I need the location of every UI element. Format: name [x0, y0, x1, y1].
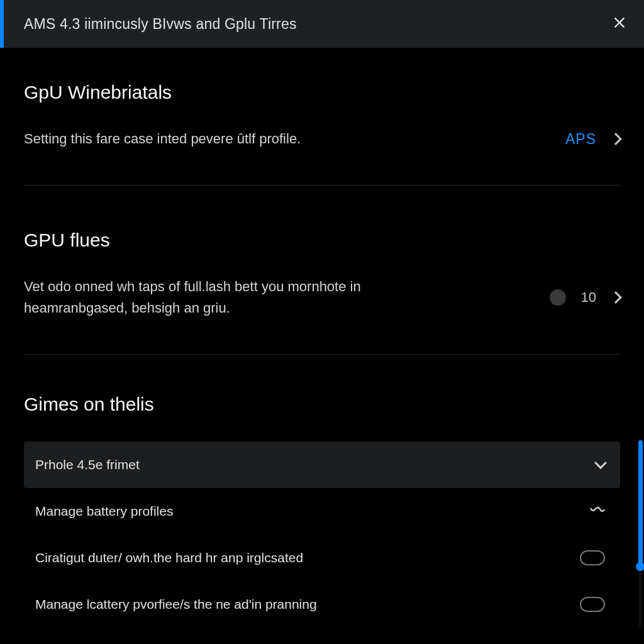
- chevron-right-icon: [609, 133, 622, 145]
- section-title: GPU flues: [24, 230, 620, 251]
- toggle-switch[interactable]: [580, 550, 605, 565]
- scrollbar-thumb[interactable]: [638, 440, 643, 566]
- list-item[interactable]: Manage battery profiles: [24, 488, 620, 535]
- section-title: GpU Winebriatals: [24, 82, 620, 103]
- page-title: AMS 4.3 iimincusly BIvws and Gplu Tirres: [24, 16, 297, 33]
- list-item-label: Ciratigut duter/ owh.the hard hr anp irg…: [35, 550, 303, 565]
- slider-handle-icon[interactable]: [550, 289, 566, 306]
- row-desc: Setting this fare case inted pevere ûtlf…: [24, 128, 301, 150]
- settings-list: Prhole 4.5e frimetManage battery profile…: [24, 441, 620, 644]
- close-button[interactable]: [613, 16, 626, 32]
- flues-control: 10: [550, 289, 620, 306]
- chevron-down-icon[interactable]: [594, 457, 607, 469]
- list-item[interactable]: Prhole 4.5e frimet: [24, 441, 620, 488]
- scrollbar-knob-icon[interactable]: [636, 562, 644, 571]
- section-winebriatals: GpU Winebriatals Setting this fare case …: [24, 48, 620, 186]
- section-gimes: Gimes on thelis Prhole 4.5e frimetManage…: [24, 355, 620, 644]
- profile-control: APS: [565, 131, 620, 148]
- list-item[interactable]: Pavcnaging ih your reepidy to de later g…: [24, 628, 620, 644]
- accent-strip: [0, 0, 4, 48]
- aps-label[interactable]: APS: [565, 131, 596, 148]
- list-item-label: Manage lcattery pvorfiee/s the ne ad'in …: [35, 597, 317, 612]
- profile-row[interactable]: Setting this fare case inted pevere ûtlf…: [24, 128, 620, 150]
- flues-row[interactable]: Vet odo onned wh taps of full.lash bett …: [24, 276, 620, 319]
- list-item[interactable]: Manage lcattery pvorfiee/s the ne ad'in …: [24, 581, 620, 628]
- row-desc: Vet odo onned wh taps of full.lash bett …: [24, 276, 426, 319]
- list-item-label: Prhole 4.5e frimet: [35, 457, 140, 472]
- profile-desc: Setting this fare case inted pevere ûtlf…: [24, 128, 301, 150]
- wavy-chevron-icon[interactable]: [590, 506, 605, 517]
- list-item-label: Manage battery profiles: [35, 504, 173, 519]
- section-gpu-flues: GPU flues Vet odo onned wh taps of full.…: [24, 186, 620, 355]
- slider-value: 10: [581, 289, 596, 306]
- top-bar: AMS 4.3 iimincusly BIvws and Gplu Tirres: [0, 0, 644, 48]
- chevron-right-icon: [609, 291, 622, 304]
- close-icon: [613, 16, 626, 30]
- list-item[interactable]: Ciratigut duter/ owh.the hard hr anp irg…: [24, 535, 620, 581]
- flues-desc: Vet odo onned wh taps of full.lash bett …: [24, 276, 426, 319]
- section-title: Gimes on thelis: [24, 394, 620, 415]
- toggle-switch[interactable]: [580, 597, 605, 612]
- content-area: GpU Winebriatals Setting this fare case …: [0, 48, 644, 644]
